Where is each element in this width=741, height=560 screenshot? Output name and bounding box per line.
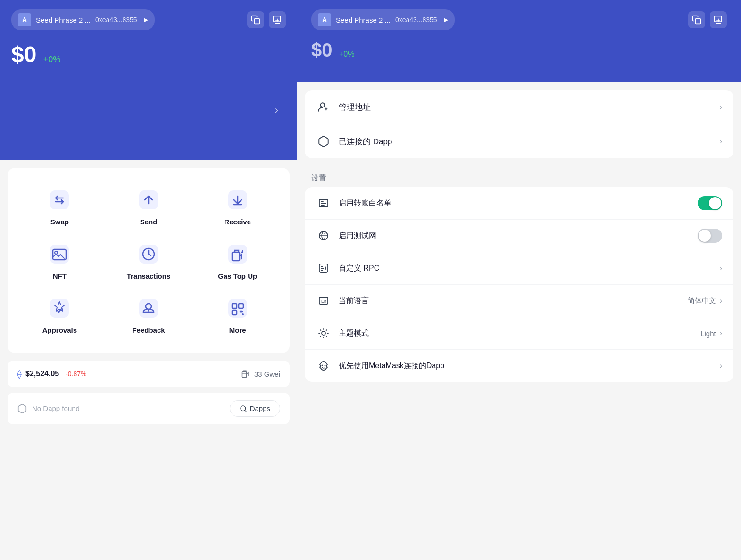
metamask-icon (316, 358, 331, 373)
right-wallet-avatar: A (318, 13, 331, 26)
wallet-avatar: A (18, 13, 31, 26)
no-dapp-text: No Dapp found (32, 404, 80, 412)
add-wallet-button[interactable] (269, 11, 286, 28)
copy-address-button[interactable] (247, 11, 264, 28)
theme-icon (316, 326, 331, 341)
language-text: 当前语言 (339, 296, 688, 306)
connected-dapp-text: 已连接的 Dapp (339, 136, 720, 147)
gas-top-up-label: Gas Top Up (218, 272, 257, 280)
language-chevron-icon: › (720, 296, 722, 305)
stats-bar: ⟠ $2,524.05 -0.87% 33 Gwei (8, 361, 290, 387)
gas-icon (241, 369, 250, 379)
metamask-text: 优先使用MetaMask连接的Dapp (339, 361, 720, 371)
menu-item-manage-address[interactable]: 管理地址 › (305, 90, 733, 124)
send-label: Send (140, 218, 158, 226)
approvals-icon (46, 295, 73, 321)
svg-point-30 (322, 331, 325, 335)
balance-section: $0 +0% (11, 41, 286, 67)
settings-metamask[interactable]: 优先使用MetaMask连接的Dapp › (305, 350, 733, 382)
svg-text:En: En (321, 299, 326, 304)
right-balance-change: +0% (339, 50, 354, 58)
connected-dapp-chevron-icon: › (720, 137, 722, 146)
eth-icon: ⟠ (17, 368, 22, 379)
whitelist-text: 启用转账白名单 (339, 198, 698, 208)
testnet-toggle[interactable] (698, 229, 722, 243)
banner-chevron-icon[interactable]: › (275, 104, 278, 116)
right-copy-address-button[interactable] (688, 11, 705, 28)
wallet-actions (247, 11, 286, 28)
svg-rect-20 (242, 372, 246, 378)
theme-text: 主题模式 (339, 329, 700, 338)
right-add-wallet-button[interactable] (710, 11, 727, 28)
custom-rpc-icon (316, 261, 331, 276)
testnet-text: 启用测试网 (339, 231, 698, 241)
whitelist-icon (316, 196, 331, 211)
balance-change: +0% (43, 55, 61, 64)
wallet-selector[interactable]: A Seed Phrase 2 ... 0xea43...8355 ▶ (11, 9, 155, 30)
gas-value: 33 Gwei (254, 370, 280, 378)
gas-top-up-icon (225, 241, 251, 267)
action-nft[interactable]: NFT (15, 233, 104, 288)
action-receive[interactable]: Receive (193, 179, 282, 233)
metamask-chevron-icon: › (720, 362, 722, 370)
svg-point-32 (325, 365, 326, 366)
svg-rect-0 (255, 19, 260, 24)
action-gas-top-up[interactable]: Gas Top Up (193, 233, 282, 288)
settings-testnet[interactable]: 启用测试网 (305, 220, 733, 252)
right-panel: A Seed Phrase 2 ... 0xea43...8355 ▶ (297, 0, 741, 560)
svg-rect-2 (50, 190, 69, 209)
dapp-bar: No Dapp found Dapps (8, 393, 290, 424)
swap-icon (46, 187, 73, 213)
settings-whitelist[interactable]: 启用转账白名单 (305, 187, 733, 220)
svg-rect-23 (715, 16, 722, 22)
svg-rect-13 (139, 299, 158, 318)
transactions-icon (135, 241, 162, 267)
swap-label: Swap (50, 218, 69, 226)
no-dapp-section: No Dapp found (17, 404, 230, 414)
dapps-button[interactable]: Dapps (230, 400, 280, 417)
right-wallet-address: 0xea43...8355 (395, 16, 437, 24)
wallet-address: 0xea43...8355 (95, 16, 137, 24)
action-send[interactable]: Send (104, 179, 193, 233)
wallet-dropdown-icon: ▶ (144, 16, 148, 23)
feedback-icon (135, 295, 162, 321)
action-more[interactable]: More (193, 288, 282, 342)
svg-rect-22 (696, 19, 701, 24)
stats-divider (233, 368, 233, 379)
right-wallet-selector[interactable]: A Seed Phrase 2 ... 0xea43...8355 ▶ (311, 9, 455, 30)
language-icon: En (316, 293, 331, 308)
more-label: More (229, 326, 246, 334)
left-panel: A Seed Phrase 2 ... 0xea43...8355 ▶ (0, 0, 297, 560)
approvals-label: Approvals (42, 326, 77, 334)
menu-section: 管理地址 › 已连接的 Dapp › (305, 90, 733, 158)
menu-item-connected-dapp[interactable]: 已连接的 Dapp › (305, 124, 733, 158)
receive-label: Receive (224, 218, 251, 226)
settings-section: 启用转账白名单 启用测试网 (305, 187, 733, 382)
action-transactions[interactable]: Transactions (104, 233, 193, 288)
gas-section: 33 Gwei (241, 369, 280, 379)
action-swap[interactable]: Swap (15, 179, 104, 233)
action-approvals[interactable]: Approvals (15, 288, 104, 342)
custom-rpc-chevron-icon: › (720, 264, 722, 272)
search-icon (240, 405, 247, 412)
svg-point-19 (242, 313, 244, 315)
dapp-icon (17, 404, 27, 414)
balance-amount: $0 (11, 42, 36, 67)
action-feedback[interactable]: Feedback (104, 288, 193, 342)
banner-area: › (11, 67, 286, 160)
right-wallet-dropdown-icon: ▶ (444, 16, 448, 23)
right-balance-section: $0 +0% (311, 40, 727, 61)
wallet-header: A Seed Phrase 2 ... 0xea43...8355 ▶ (0, 0, 297, 160)
settings-language[interactable]: En 当前语言 简体中文 › (305, 285, 733, 317)
nft-label: NFT (53, 272, 67, 280)
actions-section: Swap Send (8, 168, 290, 353)
actions-grid: Swap Send (15, 179, 282, 342)
settings-custom-rpc[interactable]: 自定义 RPC › (305, 252, 733, 285)
manage-address-text: 管理地址 (339, 102, 720, 113)
testnet-icon (316, 228, 331, 243)
whitelist-toggle[interactable] (698, 196, 722, 210)
right-wallet-name: Seed Phrase 2 ... (336, 16, 391, 24)
receive-icon (225, 187, 251, 213)
settings-theme[interactable]: 主题模式 Light › (305, 317, 733, 350)
right-balance-amount: $0 (311, 40, 333, 60)
